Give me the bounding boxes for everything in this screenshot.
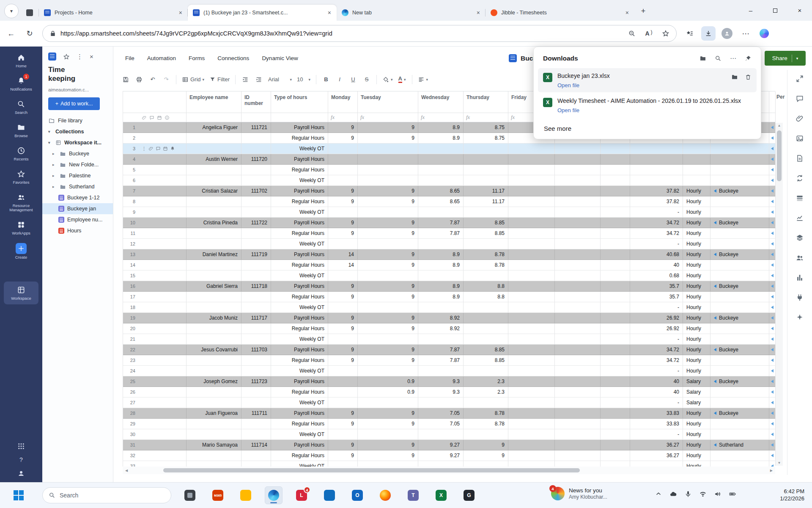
cell-total-hours[interactable]: 35.7 bbox=[630, 292, 683, 302]
sidebar-item-collections[interactable]: ▾Collections bbox=[42, 126, 113, 137]
cell-employee-name[interactable]: Cristian Salazar bbox=[187, 186, 241, 196]
cell-wednesday[interactable]: 8.9 bbox=[418, 292, 464, 302]
cell-row-marker[interactable] bbox=[769, 429, 775, 440]
cell-pay-type[interactable]: Hourly bbox=[683, 313, 710, 323]
cell-row-number[interactable]: 3⋮ bbox=[123, 144, 187, 154]
cell-row-marker[interactable] bbox=[769, 398, 775, 408]
cell-employee-name[interactable] bbox=[187, 366, 241, 376]
cell-location[interactable] bbox=[710, 196, 769, 207]
cell-column-9[interactable] bbox=[555, 440, 601, 450]
volume-icon[interactable] bbox=[714, 490, 721, 498]
cell-friday[interactable] bbox=[508, 366, 555, 376]
cell-column-10[interactable] bbox=[601, 228, 630, 239]
cell-total-hours[interactable]: 40 bbox=[630, 376, 683, 387]
cell-tuesday[interactable] bbox=[358, 429, 418, 440]
cell-thursday[interactable]: 9 bbox=[464, 440, 508, 450]
cell-friday[interactable] bbox=[508, 218, 555, 228]
cell-total-hours[interactable] bbox=[630, 154, 683, 165]
cell-column-10[interactable] bbox=[601, 175, 630, 186]
open-file-link[interactable]: Open file bbox=[557, 82, 726, 88]
cell-total-hours[interactable]: 33.83 bbox=[630, 408, 683, 419]
cell-pay-type[interactable]: Hourly bbox=[683, 260, 710, 271]
cell-column-10[interactable] bbox=[601, 345, 630, 355]
cell-row-marker[interactable] bbox=[769, 196, 775, 207]
cell-location[interactable] bbox=[710, 419, 769, 429]
undo-button[interactable]: ↶ bbox=[146, 73, 159, 86]
cell-friday[interactable] bbox=[508, 165, 555, 175]
taskbar-widgets-app[interactable] bbox=[181, 486, 199, 504]
taskbar-g-app[interactable]: G bbox=[460, 486, 478, 504]
cell-type-of-hours[interactable]: Payroll Hours bbox=[271, 345, 328, 355]
help-button[interactable]: ? bbox=[19, 456, 23, 463]
cell-monday[interactable] bbox=[328, 398, 358, 408]
taskbar-firefox[interactable] bbox=[376, 486, 394, 504]
cell-column-9[interactable] bbox=[555, 292, 601, 302]
cell-tuesday[interactable] bbox=[358, 154, 418, 165]
cell-friday[interactable] bbox=[508, 292, 555, 302]
cell-wednesday[interactable] bbox=[418, 429, 464, 440]
browser-tab[interactable]: (1) Buckeye jan 23 - Smartsheet.c...× bbox=[188, 5, 337, 21]
cell-total-hours[interactable]: - bbox=[630, 429, 683, 440]
print-button[interactable] bbox=[136, 76, 143, 83]
cell-total-hours[interactable] bbox=[630, 175, 683, 186]
chevron-right-icon[interactable]: ▸ bbox=[52, 185, 57, 189]
chevron-down-icon[interactable]: ▾ bbox=[48, 141, 52, 145]
cell-tuesday[interactable] bbox=[358, 271, 418, 281]
cell-monday[interactable]: 9 bbox=[328, 313, 358, 323]
cell-type-of-hours[interactable]: Payroll Hours bbox=[271, 186, 328, 196]
cell-friday[interactable] bbox=[508, 228, 555, 239]
cell-total-hours[interactable]: 33.83 bbox=[630, 419, 683, 429]
row-menu-icon[interactable]: ⋮ bbox=[142, 146, 146, 152]
cell-column-9[interactable] bbox=[555, 398, 601, 408]
cell-wednesday[interactable]: 7.87 bbox=[418, 355, 464, 366]
cell-thursday[interactable] bbox=[464, 366, 508, 376]
cell-thursday[interactable] bbox=[464, 323, 508, 334]
cell-total-hours[interactable]: 36.27 bbox=[630, 440, 683, 450]
cell-id-number[interactable] bbox=[241, 292, 271, 302]
cell-column-9[interactable] bbox=[555, 281, 601, 292]
cell-column-10[interactable] bbox=[601, 207, 630, 218]
wifi-icon[interactable] bbox=[699, 490, 707, 498]
cell-column-9[interactable] bbox=[555, 323, 601, 334]
chevron-right-icon[interactable]: ▸ bbox=[52, 174, 57, 178]
cell-friday[interactable] bbox=[508, 271, 555, 281]
cell-type-of-hours[interactable]: Regular Hours bbox=[271, 228, 328, 239]
cell-row-marker[interactable] bbox=[769, 345, 775, 355]
cell-friday[interactable] bbox=[508, 419, 555, 429]
cell-location[interactable] bbox=[710, 260, 769, 271]
cell-row-number[interactable]: 7 bbox=[123, 186, 187, 196]
cell-location[interactable] bbox=[710, 323, 769, 334]
cell-type-of-hours[interactable]: Payroll Hours bbox=[271, 154, 328, 165]
cell-column-9[interactable] bbox=[555, 271, 601, 281]
cell-monday[interactable] bbox=[328, 334, 358, 345]
cell-row-number[interactable]: 6 bbox=[123, 175, 187, 186]
cell-row-number[interactable]: 1 bbox=[123, 122, 187, 133]
cell-wednesday[interactable] bbox=[418, 165, 464, 175]
cell-pay-type[interactable]: Hourly bbox=[683, 408, 710, 419]
cell-friday[interactable] bbox=[508, 387, 555, 398]
cell-location[interactable] bbox=[710, 154, 769, 165]
scroll-right-icon[interactable]: ▶ bbox=[770, 469, 773, 472]
read-aloud-icon[interactable]: A bbox=[645, 30, 652, 37]
cell-tuesday[interactable]: 9 bbox=[358, 440, 418, 450]
bell-icon[interactable] bbox=[170, 146, 175, 151]
cell-row-number[interactable]: 11 bbox=[123, 228, 187, 239]
cell-total-hours[interactable]: 26.92 bbox=[630, 323, 683, 334]
cell-row-number[interactable]: 31 bbox=[123, 440, 187, 450]
cell-row-marker[interactable] bbox=[769, 281, 775, 292]
cell-friday[interactable] bbox=[508, 345, 555, 355]
column-header-id-number[interactable]: ID number bbox=[241, 91, 271, 113]
cell-total-hours[interactable]: - bbox=[630, 207, 683, 218]
italic-button[interactable]: I bbox=[333, 73, 346, 86]
scroll-left-icon[interactable]: ◀ bbox=[125, 469, 128, 472]
comment-icon[interactable] bbox=[156, 146, 161, 151]
rail-item-create[interactable]: Create bbox=[1, 240, 41, 262]
cell-tuesday[interactable] bbox=[358, 239, 418, 249]
sidebar-item-buckeye[interactable]: ▸Buckeye bbox=[42, 148, 113, 159]
cell-column-10[interactable] bbox=[601, 408, 630, 419]
cell-row-number[interactable]: 23 bbox=[123, 355, 187, 366]
cell-column-9[interactable] bbox=[555, 249, 601, 260]
cell-location[interactable]: Buckeye bbox=[710, 186, 769, 196]
url-bar[interactable]: https://app.smartsheet.com/sheets/74Jg9r… bbox=[42, 25, 677, 42]
column-header-wednesday[interactable]: Wednesday bbox=[418, 91, 464, 113]
